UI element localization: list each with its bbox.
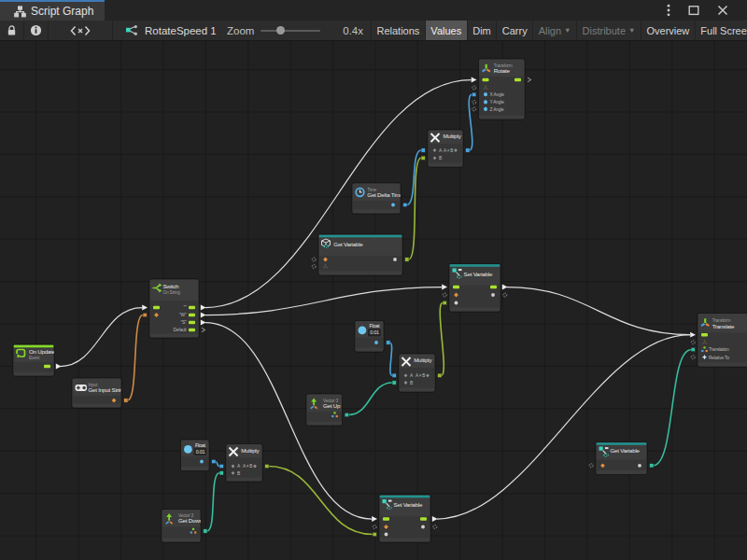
node-multiply-mid[interactable]: MultiplyAA × BB xyxy=(392,354,442,392)
value-port-connected[interactable] xyxy=(650,464,654,468)
control-port[interactable] xyxy=(189,321,195,324)
value-port-connected[interactable] xyxy=(124,399,128,402)
node-vector3-get-down[interactable]: Vector 3Get Down xyxy=(162,510,207,543)
control-port[interactable] xyxy=(420,517,427,520)
node-get-variable-right[interactable]: Get Variable xyxy=(589,442,654,475)
value-port-unconnected[interactable] xyxy=(691,341,695,344)
value-port-connected[interactable] xyxy=(691,347,695,351)
node-header-text: Set Variable xyxy=(464,271,493,277)
node-port-area xyxy=(429,144,463,163)
graph-breadcrumb[interactable]: RotateSpeed 1 xyxy=(113,21,224,40)
control-port[interactable] xyxy=(483,78,489,81)
node-rotate[interactable]: TransformRotateX AngleY AngleZ Angle xyxy=(472,59,531,119)
label: Default xyxy=(174,328,188,332)
control-port[interactable] xyxy=(189,306,195,309)
label: On Update xyxy=(29,348,56,355)
node-get-input-string[interactable]: InputGet Input String xyxy=(72,378,128,408)
value-port-connected[interactable] xyxy=(392,373,396,377)
value-port-unconnected[interactable] xyxy=(373,525,376,529)
node-header-text: Set Variable xyxy=(394,501,423,508)
value-port-unconnected[interactable] xyxy=(472,86,476,90)
value-port-unconnected[interactable] xyxy=(503,293,507,297)
close-icon[interactable] xyxy=(717,5,728,16)
tab-script-graph[interactable]: Script Graph xyxy=(0,0,105,21)
toolbar-button-align[interactable]: Align▼ xyxy=(533,21,577,40)
label: Set Variable xyxy=(394,501,423,508)
node-get-variable-graph[interactable]: Get Variable xyxy=(312,234,409,275)
control-port[interactable] xyxy=(153,306,160,309)
title-bar: Script Graph xyxy=(0,0,747,21)
node-multiply-rotate[interactable]: MultiplyAA × BB xyxy=(421,130,470,167)
value-port-connected[interactable] xyxy=(265,464,269,468)
toolbar-button-carry[interactable]: Carry xyxy=(497,21,533,40)
graph-canvas[interactable]: On UpdateEventInputGet Input StringSwitc… xyxy=(0,41,747,560)
value-port-connected[interactable] xyxy=(472,92,476,96)
value-port-connected[interactable] xyxy=(345,413,348,416)
toolbar-button-values[interactable]: Values xyxy=(426,21,468,40)
control-port[interactable] xyxy=(189,314,195,316)
value-port-connected[interactable] xyxy=(219,471,223,475)
label: Get Variable xyxy=(333,241,363,247)
toolbar-button-label: Align xyxy=(539,25,561,36)
control-port[interactable] xyxy=(490,286,497,288)
info-button[interactable] xyxy=(24,21,49,40)
value-port-connected[interactable] xyxy=(219,464,223,468)
value-port-connected[interactable] xyxy=(392,381,396,385)
lock-button[interactable] xyxy=(0,21,24,40)
value-port-connected[interactable] xyxy=(143,313,147,316)
value-port-unconnected[interactable] xyxy=(691,356,695,359)
label: Y Angle xyxy=(490,100,505,105)
node-on-update[interactable]: On UpdateEvent xyxy=(13,344,62,376)
node-multiply-bottom[interactable]: MultiplyAA × BB xyxy=(219,444,269,483)
node-vector3-get-up[interactable]: Vector 3Get Up xyxy=(306,394,349,426)
node-set-variable-mid[interactable]: Set Variable xyxy=(442,264,507,313)
control-port[interactable] xyxy=(453,286,459,288)
control-port[interactable] xyxy=(514,78,521,81)
value-port-unconnected[interactable] xyxy=(312,258,316,261)
control-port[interactable] xyxy=(189,329,195,331)
value-port-unconnected[interactable] xyxy=(589,464,593,468)
label: "S" xyxy=(180,320,187,325)
control-port[interactable] xyxy=(701,333,708,336)
canvas-background[interactable] xyxy=(0,41,747,560)
value-port-connected[interactable] xyxy=(443,301,446,304)
zoom-slider[interactable] xyxy=(261,30,320,32)
label: Switch xyxy=(162,283,179,289)
value-port-unconnected[interactable] xyxy=(472,100,476,104)
edit-graph-button[interactable] xyxy=(49,21,113,40)
value-port-unconnected[interactable] xyxy=(312,265,316,269)
kebab-menu-icon[interactable] xyxy=(667,4,670,17)
float-circle-icon xyxy=(359,327,367,335)
label: A × B xyxy=(243,464,252,469)
value-port-connected[interactable] xyxy=(387,341,390,344)
node-translate[interactable]: TransformTranslateTranslationRelative To xyxy=(690,314,747,368)
value-port-connected[interactable] xyxy=(405,258,409,261)
toolbar-button-distribute[interactable]: Distribute▼ xyxy=(577,21,641,40)
maximize-icon[interactable] xyxy=(688,5,699,16)
value-port-connected[interactable] xyxy=(438,373,442,377)
value-port-connected[interactable] xyxy=(373,532,376,536)
control-port[interactable] xyxy=(383,517,389,520)
value-port-unconnected[interactable] xyxy=(472,107,476,111)
toolbar-button-relations[interactable]: Relations xyxy=(372,21,426,40)
value-port-connected[interactable] xyxy=(466,148,470,152)
value-port-connected[interactable] xyxy=(421,148,425,152)
toolbar-button-dim[interactable]: Dim xyxy=(468,21,498,40)
graph-asset-icon xyxy=(125,24,138,36)
label: Multiply xyxy=(241,447,260,454)
label: Multiply xyxy=(443,133,461,139)
value-port-connected[interactable] xyxy=(212,459,216,463)
toolbar-button-full-screen[interactable]: Full Screen xyxy=(696,21,747,40)
node-get-delta-time[interactable]: TimeGet Delta Time xyxy=(352,183,407,214)
node-switch-on-string[interactable]: SwitchOn String"""W""S"Default xyxy=(142,279,205,338)
zoom-slider-thumb[interactable] xyxy=(276,26,285,35)
toolbar-button-overview[interactable]: Overview xyxy=(641,21,696,40)
label: Event xyxy=(29,356,40,360)
value-port-unconnected[interactable] xyxy=(443,293,446,297)
node-set-variable-bottom[interactable]: Set Variable xyxy=(372,495,437,542)
value-port-connected[interactable] xyxy=(421,156,425,160)
control-port[interactable] xyxy=(44,365,50,368)
value-port-connected[interactable] xyxy=(403,203,407,206)
value-port-connected[interactable] xyxy=(204,529,207,533)
value-port-unconnected[interactable] xyxy=(433,525,437,529)
